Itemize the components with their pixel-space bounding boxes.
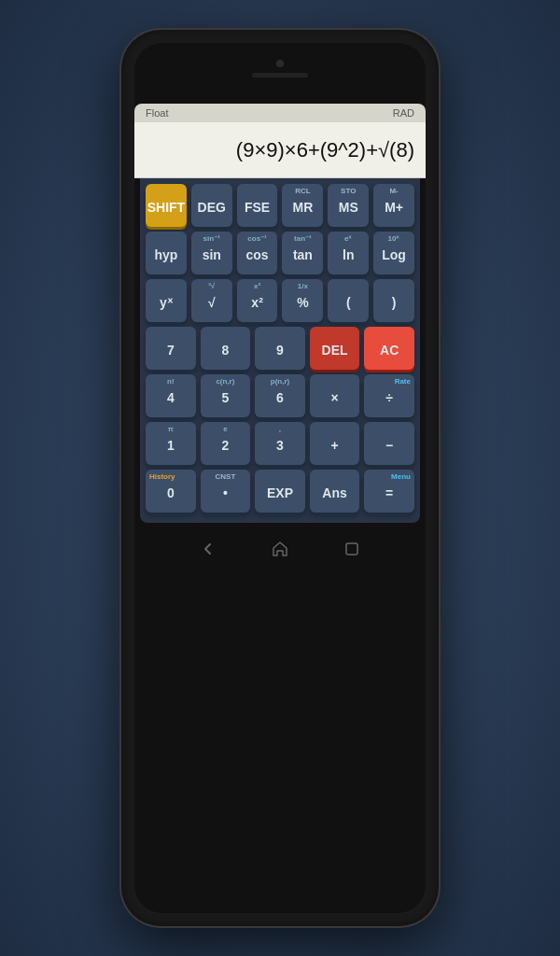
mplus-button[interactable]: M- M+ — [373, 184, 414, 227]
cnst-label: CNST — [216, 472, 236, 481]
zero-label: 0 — [167, 485, 175, 500]
phone-screen: Float RAD (9×9)×6+(9^2)+√(8) SHIFT DEG F… — [134, 43, 426, 913]
ln-label: ln — [343, 247, 354, 262]
nine-button[interactable]: 9 — [255, 327, 305, 370]
eight-button[interactable]: 8 — [201, 327, 251, 370]
shift-button[interactable]: SHIFT — [146, 184, 187, 227]
four-button[interactable]: n! 4 — [146, 374, 196, 417]
row-pow: yˣ ³√ √ x³ x² 1/x % ( ) — [146, 279, 414, 322]
four-label: 4 — [167, 390, 175, 405]
percent-label: % — [297, 295, 308, 310]
three-label: 3 — [276, 438, 284, 453]
plus-label: + — [330, 438, 338, 453]
tan-button[interactable]: tan⁻¹ tan — [282, 232, 323, 274]
tan-inv-label: tan⁻¹ — [294, 234, 312, 243]
factorial-label: n! — [167, 377, 175, 386]
display-text: (9×9)×6+(9^2)+√(8) — [236, 138, 414, 162]
x3-label: x³ — [254, 282, 260, 290]
mplus-label: M+ — [385, 200, 403, 215]
del-label: DEL — [322, 343, 348, 358]
yx-button[interactable]: yˣ — [146, 279, 187, 322]
mr-label: MR — [293, 200, 314, 215]
eight-label: 8 — [221, 343, 229, 358]
exp-label: EXP — [267, 485, 293, 500]
inv-label: 1/x — [298, 282, 308, 290]
nine-label: 9 — [276, 343, 284, 358]
yx-label: yˣ — [160, 295, 173, 310]
equals-button[interactable]: Menu = — [364, 470, 414, 513]
three-button[interactable]: , 3 — [255, 422, 305, 465]
mminus-label: M- — [389, 187, 398, 195]
divide-button[interactable]: Rate ÷ — [364, 374, 414, 417]
zero-button[interactable]: History 0 — [146, 470, 196, 513]
five-button[interactable]: c(n,r) 5 — [201, 374, 251, 417]
mr-button[interactable]: RCL MR — [282, 184, 323, 227]
top-bezel — [134, 43, 426, 104]
dot-button[interactable]: CNST • — [201, 470, 251, 513]
history-label: History — [149, 472, 175, 481]
x2-button[interactable]: x³ x² — [237, 279, 278, 322]
sto-label: STO — [341, 187, 356, 195]
hyp-button[interactable]: hyp — [146, 232, 187, 274]
euler-label: e — [223, 425, 227, 433]
minus-label: − — [385, 438, 393, 453]
sin-inv-label: sin⁻¹ — [203, 234, 220, 243]
rparen-button[interactable]: ) — [373, 279, 414, 322]
speaker-grill — [252, 73, 308, 77]
plus-button[interactable]: + — [310, 422, 360, 465]
bottom-nav — [134, 523, 426, 574]
six-button[interactable]: p(n,r) 6 — [255, 374, 305, 417]
cos-label: cos — [246, 247, 269, 262]
fse-label: FSE — [245, 200, 270, 215]
six-label: 6 — [276, 390, 284, 405]
fse-button[interactable]: FSE — [237, 184, 278, 227]
sin-button[interactable]: sin⁻¹ sin — [191, 232, 232, 274]
lparen-button[interactable]: ( — [328, 279, 369, 322]
ac-button[interactable]: AC — [364, 327, 414, 370]
sqrt-button[interactable]: ³√ √ — [191, 279, 232, 322]
pi-label: π — [168, 425, 174, 433]
two-button[interactable]: e 2 — [201, 422, 251, 465]
cnr-label: c(n,r) — [216, 377, 234, 386]
ln-button[interactable]: eˣ ln — [328, 232, 369, 274]
camera-dot — [276, 60, 284, 67]
tan-label: tan — [293, 247, 313, 262]
multiply-button[interactable]: × — [310, 374, 360, 417]
shift-label: SHIFT — [147, 200, 185, 215]
float-mode: Float — [146, 107, 168, 119]
sqrt-label: √ — [208, 295, 216, 310]
seven-label: 7 — [167, 343, 175, 358]
row-456: n! 4 c(n,r) 5 p(n,r) 6 × Rate ÷ — [146, 374, 414, 417]
log-label: Log — [382, 247, 406, 262]
one-label: 1 — [167, 438, 175, 453]
back-button[interactable] — [198, 539, 218, 559]
ans-button[interactable]: Ans — [310, 470, 360, 513]
ms-button[interactable]: STO MS — [328, 184, 369, 227]
row-trig: hyp sin⁻¹ sin cos⁻¹ cos tan⁻¹ tan eˣ ln — [146, 232, 414, 274]
display-area: (9×9)×6+(9^2)+√(8) — [134, 122, 426, 178]
del-button[interactable]: DEL — [310, 327, 360, 370]
x2-label: x² — [251, 295, 262, 310]
dot-label: • — [223, 485, 228, 500]
ex-label: eˣ — [344, 234, 352, 243]
phone-frame: Float RAD (9×9)×6+(9^2)+√(8) SHIFT DEG F… — [121, 30, 439, 926]
percent-button[interactable]: 1/x % — [282, 279, 323, 322]
seven-button[interactable]: 7 — [146, 327, 196, 370]
log-button[interactable]: 10ˣ Log — [373, 232, 414, 274]
calculator-body: SHIFT DEG FSE RCL MR STO MS M- — [140, 178, 420, 523]
exp-button[interactable]: EXP — [255, 470, 305, 513]
home-button[interactable] — [270, 539, 290, 559]
minus-button[interactable]: − — [364, 422, 414, 465]
deg-button[interactable]: DEG — [191, 184, 232, 227]
ms-label: MS — [339, 200, 358, 215]
recent-apps-button[interactable] — [342, 539, 362, 559]
row-123: π 1 e 2 , 3 + − — [146, 422, 414, 465]
cbrt-label: ³√ — [208, 282, 215, 290]
ans-label: Ans — [322, 485, 346, 500]
cos-button[interactable]: cos⁻¹ cos — [237, 232, 278, 274]
equals-label: = — [385, 485, 393, 500]
two-label: 2 — [221, 438, 229, 453]
row-0: History 0 CNST • EXP Ans Menu = — [146, 470, 414, 513]
rcl-label: RCL — [295, 187, 310, 195]
one-button[interactable]: π 1 — [146, 422, 196, 465]
